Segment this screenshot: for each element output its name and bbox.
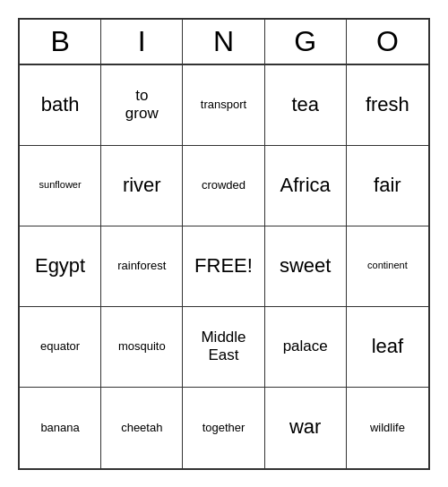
cell-text: togrow <box>125 87 159 124</box>
cell-r2-c4: continent <box>347 226 428 307</box>
cell-text: river <box>123 174 161 197</box>
cell-text: sweet <box>280 254 331 278</box>
cell-r1-c4: fair <box>347 146 428 226</box>
cell-text: rainforest <box>117 259 166 273</box>
cell-r0-c3: tea <box>265 65 347 146</box>
cell-r3-c4: leaf <box>347 307 428 388</box>
cell-r3-c1: mosquito <box>101 307 183 388</box>
cell-text: Africa <box>280 174 331 197</box>
header-letter: O <box>347 20 428 64</box>
cell-r0-c4: fresh <box>347 65 428 146</box>
cell-text: palace <box>283 337 328 355</box>
cell-text: MiddleEast <box>201 329 246 365</box>
cell-r3-c2: MiddleEast <box>183 307 264 388</box>
cell-r2-c3: sweet <box>265 226 347 307</box>
cell-text: FREE! <box>194 254 253 278</box>
cell-text: crowded <box>202 178 246 192</box>
cell-text: sunflower <box>39 179 82 191</box>
cell-text: mosquito <box>118 339 166 354</box>
cell-text: banana <box>40 421 79 435</box>
cell-text: continent <box>367 260 408 271</box>
header-letter: N <box>183 20 264 64</box>
cell-r4-c1: cheetah <box>101 388 183 468</box>
header-letter: B <box>20 20 101 64</box>
cell-text: bath <box>41 93 80 116</box>
bingo-card: BINGO bathtogrowtransportteafreshsunflow… <box>18 18 430 470</box>
cell-r0-c1: togrow <box>101 65 183 146</box>
cell-r1-c0: sunflower <box>20 146 101 226</box>
cell-r4-c2: together <box>183 388 264 468</box>
header-letter: I <box>101 20 183 64</box>
cell-text: fresh <box>366 93 409 116</box>
cell-text: tea <box>291 93 319 116</box>
cell-text: equator <box>40 339 80 354</box>
cell-text: wildlife <box>370 421 405 435</box>
cell-r0-c0: bath <box>20 65 101 146</box>
cell-r4-c3: war <box>265 388 347 468</box>
cell-text: transport <box>201 98 246 112</box>
cell-r1-c1: river <box>101 146 183 226</box>
bingo-header: BINGO <box>20 20 428 65</box>
cell-r3-c0: equator <box>20 307 101 388</box>
cell-r4-c0: banana <box>20 388 101 468</box>
cell-text: fair <box>374 174 401 197</box>
cell-text: leaf <box>372 335 403 358</box>
cell-text: together <box>202 421 246 435</box>
cell-r2-c0: Egypt <box>20 226 101 307</box>
cell-r4-c4: wildlife <box>347 388 428 468</box>
cell-r0-c2: transport <box>183 65 264 146</box>
cell-r1-c3: Africa <box>265 146 347 226</box>
cell-text: Egypt <box>35 254 85 278</box>
cell-r2-c2: FREE! <box>183 226 264 307</box>
cell-r3-c3: palace <box>265 307 347 388</box>
bingo-grid: bathtogrowtransportteafreshsunflowerrive… <box>20 65 428 468</box>
cell-text: war <box>289 415 321 439</box>
cell-r2-c1: rainforest <box>101 226 183 307</box>
header-letter: G <box>265 20 347 64</box>
cell-text: cheetah <box>121 421 162 435</box>
cell-r1-c2: crowded <box>183 146 264 226</box>
